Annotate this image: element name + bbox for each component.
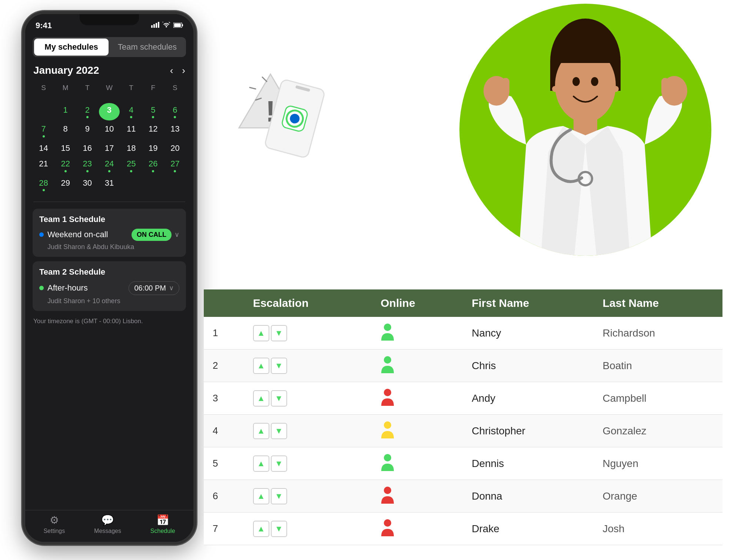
day-cell[interactable]: 18 [121,141,142,155]
nav-item-settings[interactable]: ⚙Settings [43,514,65,534]
day-cell[interactable]: 1 [55,103,76,120]
svg-line-29 [256,98,261,100]
arrow-down-btn[interactable]: ▼ [271,358,287,374]
day-cell [143,97,163,102]
last-name-cell: Josh [594,513,722,545]
last-name-cell: Gonzalez [594,415,722,447]
day-cell[interactable]: 26 [143,157,163,174]
calendar-divider [33,202,185,202]
escalation-table: Escalation Online First Name Last Name 1… [204,289,722,545]
arrow-up-icon: ▲ [257,361,265,371]
day-cell [121,97,142,102]
day-cell[interactable]: 20 [165,141,185,155]
svg-point-32 [384,389,391,396]
arrow-down-btn[interactable]: ▼ [271,455,287,472]
arrow-down-btn[interactable]: ▼ [271,423,287,439]
day-cell[interactable]: 11 [121,122,142,139]
calendar-month: January 2022 [33,64,99,76]
badge-time-value: 06:00 PM [134,284,166,292]
day-cell[interactable]: 23 [77,157,97,174]
day-cell[interactable]: 16 [77,141,97,155]
svg-point-31 [384,356,391,364]
schedule-card-1-title: Team 1 Schedule [39,215,179,224]
arrow-up-btn[interactable]: ▲ [253,325,269,341]
arrow-up-icon: ▲ [257,426,265,436]
dot-blue-1 [39,232,44,237]
day-cell[interactable]: 5 [143,103,163,120]
svg-line-27 [262,77,267,82]
tab-team-schedules[interactable]: Team schedules [110,39,185,56]
online-status-cell [372,382,463,415]
chevron-icon-time: ∨ [169,284,174,292]
day-cell[interactable]: 10 [99,122,119,139]
arrow-up-btn[interactable]: ▲ [253,455,269,472]
day-cell [33,97,54,102]
online-status-cell [372,415,463,447]
last-name-cell: Boatin [594,349,722,382]
nav-item-messages[interactable]: 💬Messages [94,514,121,534]
arrow-up-btn[interactable]: ▲ [253,488,269,504]
phone-mockup: 9:41 My schedules Team schedules [22,11,196,545]
arrow-down-icon: ▼ [275,524,283,534]
day-cell[interactable]: 19 [143,141,163,155]
day-cell[interactable]: 17 [99,141,119,155]
day-cell[interactable]: 29 [55,176,76,193]
day-cell[interactable]: 21 [33,157,54,174]
table-row: 3 ▲ ▼ AndyCampbell [204,382,722,415]
nav-label-settings: Settings [43,528,65,534]
person-icon-svg [381,421,395,438]
day-cell[interactable]: 24 [99,157,119,174]
day-cell[interactable]: 22 [55,157,76,174]
doctor-svg [459,4,711,256]
schedule-sub-2: Judit Sharon + 10 others [39,297,179,305]
calendar-prev-btn[interactable]: ‹ [170,65,173,76]
arrow-up-btn[interactable]: ▲ [253,358,269,374]
day-cell[interactable]: 13 [165,122,185,139]
arrow-down-btn[interactable]: ▼ [271,488,287,504]
day-header: F [143,82,163,96]
day-cell[interactable]: 8 [55,122,76,139]
day-cell[interactable]: 15 [55,141,76,155]
svg-rect-6 [182,24,183,26]
timezone-note: Your timezone is (GMT - 00:00) Lisbon. [25,311,193,325]
arrow-up-icon: ▲ [257,491,265,501]
arrow-down-btn[interactable]: ▼ [271,325,287,341]
signal-icon [151,22,159,30]
arrow-down-icon: ▼ [275,328,283,338]
day-cell[interactable]: 4 [121,103,142,120]
day-cell[interactable]: 6 [165,103,185,120]
arrow-down-btn[interactable]: ▼ [271,390,287,407]
escalation-cell: ▲ ▼ [244,349,372,382]
person-icon-svg [381,518,395,536]
day-cell[interactable]: 14 [33,141,54,155]
tab-my-schedules[interactable]: My schedules [34,39,109,56]
day-cell [33,103,54,120]
last-name-cell: Orange [594,480,722,513]
day-cell[interactable]: 28 [33,176,54,193]
day-cell[interactable]: 3 [99,103,119,120]
arrow-up-btn[interactable]: ▲ [253,390,269,407]
day-cell[interactable]: 27 [165,157,185,174]
nav-icon-settings: ⚙ [50,514,59,526]
arrow-up-btn[interactable]: ▲ [253,423,269,439]
th-firstname: First Name [463,289,594,317]
arrow-up-icon: ▲ [257,459,265,468]
nav-item-schedule[interactable]: 📅Schedule [150,514,175,534]
day-cell[interactable]: 12 [143,122,163,139]
svg-rect-0 [151,25,153,28]
day-cell[interactable]: 30 [77,176,97,193]
day-cell[interactable]: 25 [121,157,142,174]
day-cell[interactable]: 2 [77,103,97,120]
day-cell[interactable]: 7 [33,122,54,139]
schedule-name-2: After-hours [47,283,88,293]
arrow-down-btn[interactable]: ▼ [271,521,287,537]
calendar-next-btn[interactable]: › [182,65,185,76]
day-header: S [165,82,185,96]
arrow-up-btn[interactable]: ▲ [253,521,269,537]
day-cell[interactable]: 31 [99,176,119,193]
row-number: 2 [204,349,244,382]
table-body: 1 ▲ ▼ NancyRichardson2 ▲ ▼ [204,317,722,545]
row-number: 1 [204,317,244,349]
day-header: M [55,82,76,96]
day-cell[interactable]: 9 [77,122,97,139]
